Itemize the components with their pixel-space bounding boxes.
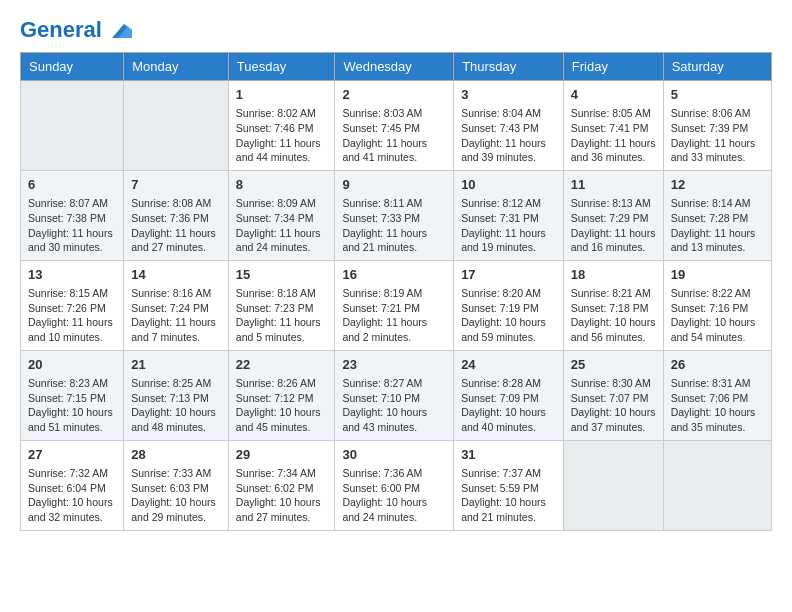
day-info: Daylight: 11 hours and 27 minutes.: [131, 226, 221, 255]
day-info: Sunrise: 8:05 AM: [571, 106, 656, 121]
day-cell: 25Sunrise: 8:30 AMSunset: 7:07 PMDayligh…: [563, 350, 663, 440]
column-header-friday: Friday: [563, 53, 663, 81]
day-info: Daylight: 11 hours and 41 minutes.: [342, 136, 446, 165]
day-cell: 17Sunrise: 8:20 AMSunset: 7:19 PMDayligh…: [454, 260, 564, 350]
day-cell: 29Sunrise: 7:34 AMSunset: 6:02 PMDayligh…: [228, 440, 335, 530]
day-number: 2: [342, 86, 446, 104]
day-info: Daylight: 11 hours and 44 minutes.: [236, 136, 328, 165]
day-info: Sunset: 7:07 PM: [571, 391, 656, 406]
day-number: 28: [131, 446, 221, 464]
day-info: Sunrise: 8:22 AM: [671, 286, 764, 301]
day-cell: 19Sunrise: 8:22 AMSunset: 7:16 PMDayligh…: [663, 260, 771, 350]
day-number: 7: [131, 176, 221, 194]
day-info: Sunset: 6:02 PM: [236, 481, 328, 496]
day-info: Sunset: 7:06 PM: [671, 391, 764, 406]
day-info: Daylight: 10 hours and 48 minutes.: [131, 405, 221, 434]
day-info: Daylight: 11 hours and 21 minutes.: [342, 226, 446, 255]
day-cell: 28Sunrise: 7:33 AMSunset: 6:03 PMDayligh…: [124, 440, 229, 530]
day-number: 11: [571, 176, 656, 194]
day-info: Daylight: 10 hours and 56 minutes.: [571, 315, 656, 344]
day-info: Daylight: 10 hours and 24 minutes.: [342, 495, 446, 524]
day-info: Sunset: 7:36 PM: [131, 211, 221, 226]
day-info: Daylight: 11 hours and 16 minutes.: [571, 226, 656, 255]
day-cell: 12Sunrise: 8:14 AMSunset: 7:28 PMDayligh…: [663, 170, 771, 260]
column-header-saturday: Saturday: [663, 53, 771, 81]
column-header-wednesday: Wednesday: [335, 53, 454, 81]
day-info: Sunrise: 8:11 AM: [342, 196, 446, 211]
day-info: Sunset: 7:46 PM: [236, 121, 328, 136]
day-info: Sunset: 7:19 PM: [461, 301, 556, 316]
day-info: Daylight: 10 hours and 40 minutes.: [461, 405, 556, 434]
day-info: Sunrise: 7:32 AM: [28, 466, 116, 481]
day-info: Sunrise: 8:19 AM: [342, 286, 446, 301]
day-info: Sunset: 7:33 PM: [342, 211, 446, 226]
day-info: Daylight: 11 hours and 7 minutes.: [131, 315, 221, 344]
day-number: 9: [342, 176, 446, 194]
day-cell: 3Sunrise: 8:04 AMSunset: 7:43 PMDaylight…: [454, 81, 564, 171]
day-info: Sunrise: 7:34 AM: [236, 466, 328, 481]
header-row: SundayMondayTuesdayWednesdayThursdayFrid…: [21, 53, 772, 81]
day-info: Sunrise: 8:15 AM: [28, 286, 116, 301]
day-info: Sunrise: 8:18 AM: [236, 286, 328, 301]
day-info: Daylight: 10 hours and 32 minutes.: [28, 495, 116, 524]
day-info: Sunset: 7:43 PM: [461, 121, 556, 136]
day-info: Sunset: 7:34 PM: [236, 211, 328, 226]
day-info: Sunrise: 8:08 AM: [131, 196, 221, 211]
day-cell: 15Sunrise: 8:18 AMSunset: 7:23 PMDayligh…: [228, 260, 335, 350]
day-cell: 5Sunrise: 8:06 AMSunset: 7:39 PMDaylight…: [663, 81, 771, 171]
week-row-2: 6Sunrise: 8:07 AMSunset: 7:38 PMDaylight…: [21, 170, 772, 260]
day-info: Daylight: 10 hours and 45 minutes.: [236, 405, 328, 434]
day-number: 15: [236, 266, 328, 284]
day-info: Daylight: 11 hours and 39 minutes.: [461, 136, 556, 165]
day-info: Sunrise: 8:13 AM: [571, 196, 656, 211]
logo-text: General: [20, 18, 102, 42]
day-info: Sunrise: 8:12 AM: [461, 196, 556, 211]
day-info: Sunrise: 8:23 AM: [28, 376, 116, 391]
day-info: Sunset: 7:13 PM: [131, 391, 221, 406]
day-info: Daylight: 11 hours and 19 minutes.: [461, 226, 556, 255]
day-cell: 27Sunrise: 7:32 AMSunset: 6:04 PMDayligh…: [21, 440, 124, 530]
day-info: Daylight: 11 hours and 33 minutes.: [671, 136, 764, 165]
day-info: Sunset: 7:39 PM: [671, 121, 764, 136]
day-info: Daylight: 10 hours and 37 minutes.: [571, 405, 656, 434]
column-header-sunday: Sunday: [21, 53, 124, 81]
day-info: Sunset: 6:03 PM: [131, 481, 221, 496]
day-cell: 10Sunrise: 8:12 AMSunset: 7:31 PMDayligh…: [454, 170, 564, 260]
day-info: Sunset: 7:26 PM: [28, 301, 116, 316]
day-info: Daylight: 11 hours and 13 minutes.: [671, 226, 764, 255]
day-info: Sunrise: 7:37 AM: [461, 466, 556, 481]
day-cell: 11Sunrise: 8:13 AMSunset: 7:29 PMDayligh…: [563, 170, 663, 260]
day-cell: 9Sunrise: 8:11 AMSunset: 7:33 PMDaylight…: [335, 170, 454, 260]
day-info: Sunrise: 8:20 AM: [461, 286, 556, 301]
day-cell: 4Sunrise: 8:05 AMSunset: 7:41 PMDaylight…: [563, 81, 663, 171]
day-cell: 22Sunrise: 8:26 AMSunset: 7:12 PMDayligh…: [228, 350, 335, 440]
day-info: Sunrise: 8:25 AM: [131, 376, 221, 391]
day-info: Sunset: 7:21 PM: [342, 301, 446, 316]
day-info: Sunrise: 8:06 AM: [671, 106, 764, 121]
day-info: Daylight: 10 hours and 21 minutes.: [461, 495, 556, 524]
day-number: 13: [28, 266, 116, 284]
day-cell: 31Sunrise: 7:37 AMSunset: 5:59 PMDayligh…: [454, 440, 564, 530]
column-header-monday: Monday: [124, 53, 229, 81]
day-info: Daylight: 10 hours and 27 minutes.: [236, 495, 328, 524]
day-info: Sunrise: 7:36 AM: [342, 466, 446, 481]
day-cell: 26Sunrise: 8:31 AMSunset: 7:06 PMDayligh…: [663, 350, 771, 440]
day-number: 30: [342, 446, 446, 464]
day-info: Sunrise: 8:30 AM: [571, 376, 656, 391]
page: General SundayMondayTuesdayWednesdayThur…: [0, 0, 792, 541]
day-cell: 23Sunrise: 8:27 AMSunset: 7:10 PMDayligh…: [335, 350, 454, 440]
day-cell: [21, 81, 124, 171]
day-info: Daylight: 11 hours and 10 minutes.: [28, 315, 116, 344]
day-cell: 2Sunrise: 8:03 AMSunset: 7:45 PMDaylight…: [335, 81, 454, 171]
day-number: 1: [236, 86, 328, 104]
day-info: Daylight: 11 hours and 5 minutes.: [236, 315, 328, 344]
day-cell: 24Sunrise: 8:28 AMSunset: 7:09 PMDayligh…: [454, 350, 564, 440]
week-row-5: 27Sunrise: 7:32 AMSunset: 6:04 PMDayligh…: [21, 440, 772, 530]
day-cell: 14Sunrise: 8:16 AMSunset: 7:24 PMDayligh…: [124, 260, 229, 350]
day-number: 22: [236, 356, 328, 374]
day-cell: 7Sunrise: 8:08 AMSunset: 7:36 PMDaylight…: [124, 170, 229, 260]
day-info: Sunrise: 8:03 AM: [342, 106, 446, 121]
day-info: Daylight: 10 hours and 59 minutes.: [461, 315, 556, 344]
day-number: 18: [571, 266, 656, 284]
day-cell: 13Sunrise: 8:15 AMSunset: 7:26 PMDayligh…: [21, 260, 124, 350]
